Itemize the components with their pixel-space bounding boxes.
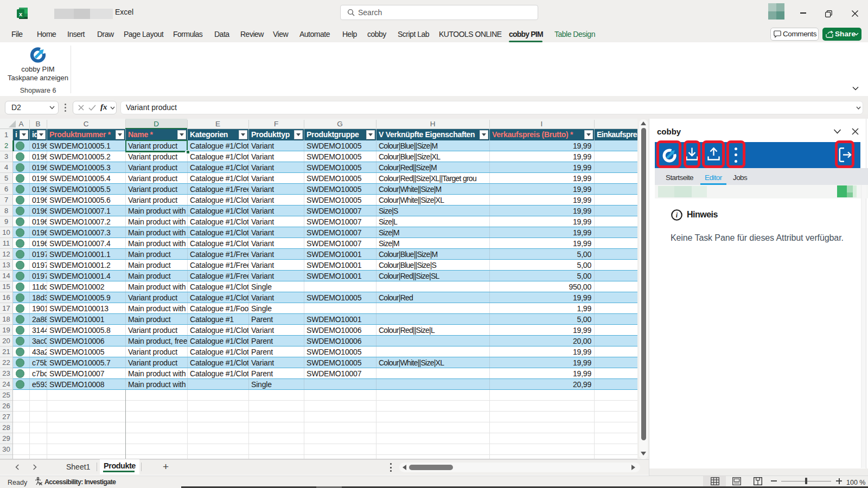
svg-text:i: i [676, 211, 678, 219]
svg-text:x: x [19, 11, 23, 17]
